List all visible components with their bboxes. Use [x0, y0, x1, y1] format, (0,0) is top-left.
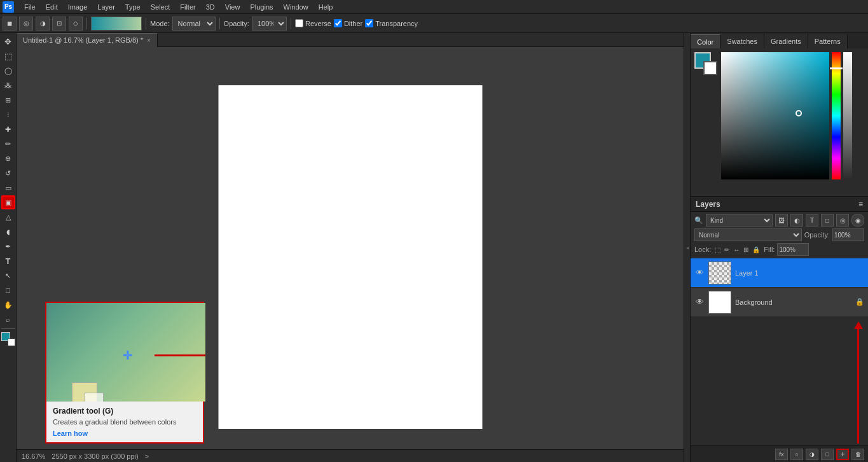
- layer-item-background[interactable]: 👁 Background 🔒: [691, 288, 868, 317]
- transparency-input[interactable]: [365, 19, 373, 27]
- tab-gradients[interactable]: Gradients: [764, 34, 808, 48]
- transparency-checkbox[interactable]: Transparency: [365, 19, 418, 27]
- tool-magic-wand[interactable]: ⁂: [1, 78, 15, 92]
- bg-color-box[interactable]: [703, 61, 717, 75]
- gradient-diamond-btn[interactable]: ◇: [69, 17, 83, 31]
- lock-position-btn[interactable]: ✏: [723, 246, 731, 253]
- reverse-input[interactable]: [295, 19, 303, 27]
- gradient-reflected-btn[interactable]: ⊡: [52, 17, 66, 31]
- tool-gradient[interactable]: ▣: [1, 195, 15, 209]
- saturation-lightness-box[interactable]: [721, 52, 829, 179]
- options-toolbar: ◼ ◎ ◑ ⊡ ◇ Mode: Normal Multiply Screen O…: [0, 14, 868, 33]
- layers-filter-toggle-btn[interactable]: ◉: [851, 214, 864, 227]
- fg-bg-color-swatches[interactable]: [694, 52, 717, 75]
- layer-adjustment-btn[interactable]: ◑: [806, 449, 818, 460]
- tab-patterns[interactable]: Patterns: [808, 34, 848, 48]
- layer-kind-select[interactable]: Kind: [706, 214, 773, 227]
- tool-crop[interactable]: ⊞: [1, 93, 15, 107]
- menu-window[interactable]: Window: [279, 0, 313, 14]
- layers-filter-type-btn[interactable]: T: [806, 214, 818, 227]
- dither-checkbox[interactable]: Dither: [334, 19, 362, 27]
- layer-new-btn[interactable]: +: [836, 449, 849, 460]
- canvas-content[interactable]: ✛ Gradient tool (G) Creates a gradual bl…: [17, 47, 684, 449]
- tool-shape[interactable]: □: [1, 283, 15, 297]
- lock-artboard-btn[interactable]: ↔: [732, 246, 741, 253]
- menu-3d[interactable]: 3D: [201, 0, 220, 14]
- layers-menu-icon[interactable]: ≡: [858, 200, 863, 209]
- tool-move[interactable]: ✥: [1, 34, 15, 48]
- layers-filter-smart-btn[interactable]: ◎: [836, 214, 849, 227]
- lock-move-btn[interactable]: ⊞: [742, 246, 750, 253]
- background-visibility-toggle[interactable]: 👁: [694, 297, 705, 307]
- layer1-visibility-toggle[interactable]: 👁: [694, 268, 705, 278]
- opacity-label: Opacity:: [804, 231, 830, 239]
- document-tab[interactable]: Untitled-1 @ 16.7% (Layer 1, RGB/8) * ×: [17, 33, 158, 47]
- layer-fx-btn[interactable]: fx: [775, 449, 788, 460]
- mode-select[interactable]: Normal Multiply Screen: [172, 17, 216, 31]
- layers-filter-shape-btn[interactable]: □: [821, 214, 834, 227]
- menu-image[interactable]: Image: [63, 0, 93, 14]
- learn-how-link[interactable]: Learn how: [53, 430, 88, 437]
- opacity-select[interactable]: 100% 75% 50%: [252, 17, 287, 31]
- tool-eyedropper[interactable]: ⁝: [1, 108, 15, 122]
- tool-pen[interactable]: ✒: [1, 239, 15, 253]
- layer-item-layer1[interactable]: 👁 Layer 1: [691, 258, 868, 288]
- tool-path-select[interactable]: ↖: [1, 269, 15, 283]
- gradient-preview[interactable]: [91, 17, 142, 31]
- color-panel-tabs: Color Swatches Gradients Patterns: [691, 33, 868, 48]
- tool-lasso[interactable]: ◯: [1, 64, 15, 78]
- menu-plugins[interactable]: Plugins: [245, 0, 278, 14]
- menu-select[interactable]: Select: [146, 0, 176, 14]
- tab-color[interactable]: Color: [691, 34, 720, 48]
- layers-toolbar: 🔍 Kind 🖼 ◐ T □ ◎ ◉ Normal Opacity:: [691, 212, 868, 258]
- layers-filter-adjust-btn[interactable]: ◐: [790, 214, 803, 227]
- tool-blur[interactable]: △: [1, 210, 15, 224]
- nav-arrow[interactable]: >: [145, 452, 149, 460]
- lock-pixels-btn[interactable]: ⬚: [713, 246, 722, 253]
- crosshair-icon: ✛: [123, 349, 132, 363]
- tool-brush[interactable]: ✏: [1, 137, 15, 151]
- tool-dodge[interactable]: ◖: [1, 225, 15, 239]
- tool-hand[interactable]: ✋: [1, 298, 15, 312]
- tool-select-rect[interactable]: ⬚: [1, 49, 15, 63]
- tool-type[interactable]: T: [1, 254, 15, 268]
- tool-preview-text: Gradient tool (G) Creates a gradual blen…: [46, 402, 203, 442]
- menu-help[interactable]: Help: [313, 0, 338, 14]
- reverse-checkbox[interactable]: Reverse: [295, 19, 331, 27]
- dither-input[interactable]: [334, 19, 342, 27]
- tool-history[interactable]: ↺: [1, 166, 15, 180]
- layers-filter-image-btn[interactable]: 🖼: [775, 214, 788, 227]
- menu-file[interactable]: File: [19, 0, 41, 14]
- menu-view[interactable]: View: [220, 0, 245, 14]
- menu-type[interactable]: Type: [120, 0, 146, 14]
- tool-healing[interactable]: ✚: [1, 122, 15, 136]
- layer-folder-btn[interactable]: □: [821, 449, 834, 460]
- layer-mask-btn[interactable]: ○: [790, 449, 803, 460]
- vertical-arrow-head: [854, 321, 863, 329]
- tool-clone[interactable]: ⊕: [1, 151, 15, 165]
- tool-sep: [1, 328, 15, 329]
- tool-eraser[interactable]: ▭: [1, 181, 15, 195]
- tab-swatches[interactable]: Swatches: [720, 34, 764, 48]
- fill-input[interactable]: [777, 243, 809, 256]
- layer1-thumbnail: [708, 262, 731, 284]
- menu-filter[interactable]: Filter: [175, 0, 200, 14]
- color-spectrum[interactable]: [721, 52, 864, 192]
- layer-mode-select[interactable]: Normal: [694, 228, 802, 241]
- menu-edit[interactable]: Edit: [41, 0, 63, 14]
- gradient-angle-btn[interactable]: ◑: [36, 17, 50, 31]
- gradient-radial-btn[interactable]: ◎: [19, 17, 33, 31]
- alpha-slider[interactable]: [843, 52, 852, 179]
- lock-all-btn[interactable]: 🔒: [751, 246, 761, 253]
- menu-layer[interactable]: Layer: [92, 0, 120, 14]
- gradient-linear-btn[interactable]: ◼: [3, 17, 17, 31]
- layer-delete-btn[interactable]: 🗑: [851, 449, 864, 460]
- color-swatch[interactable]: [1, 332, 15, 346]
- tool-zoom[interactable]: ⌕: [1, 312, 15, 326]
- bg-color-swatch[interactable]: [8, 339, 15, 346]
- tab-close-btn[interactable]: ×: [147, 37, 151, 44]
- panel-collapse-handle[interactable]: ◂: [684, 33, 690, 462]
- color-picker-area: [691, 48, 868, 196]
- opacity-input[interactable]: [832, 228, 864, 241]
- hue-slider[interactable]: [832, 52, 841, 179]
